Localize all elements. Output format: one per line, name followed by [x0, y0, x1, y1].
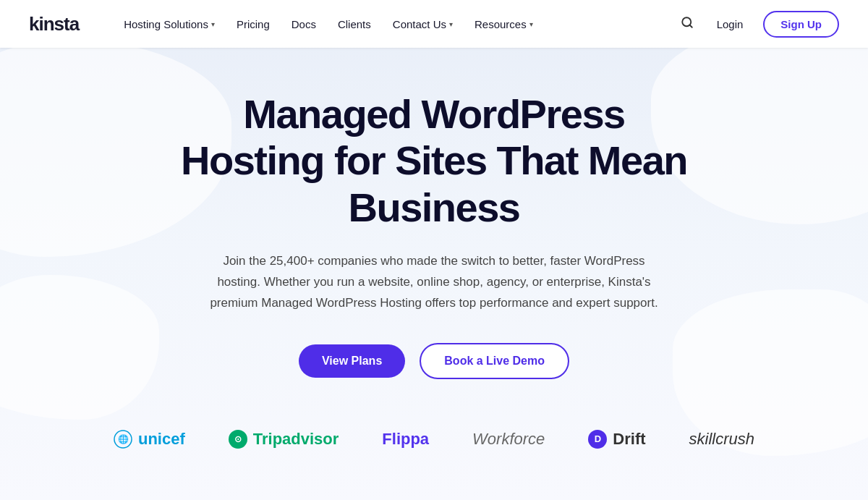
chevron-down-icon: ▾	[211, 20, 215, 28]
signup-button[interactable]: Sign Up	[763, 11, 839, 38]
chevron-down-icon: ▾	[529, 20, 533, 28]
nav-contact-us[interactable]: Contact Us ▾	[384, 12, 461, 36]
unicef-label: unicef	[138, 430, 185, 449]
client-logo-flippa: Flippa	[382, 430, 429, 449]
drift-label: Drift	[613, 430, 645, 449]
search-icon[interactable]	[678, 13, 697, 35]
client-logo-workforce: Workforce	[472, 430, 545, 449]
site-logo[interactable]: kinsta	[29, 13, 79, 35]
svg-line-1	[689, 25, 692, 27]
nav-actions: Login Sign Up	[678, 11, 839, 38]
client-logo-unicef: 🌐 unicef	[114, 430, 185, 449]
hero-subtitle: Join the 25,400+ companies who made the …	[210, 251, 658, 314]
skillcrush-label: skillcrush	[689, 430, 754, 449]
nav-docs[interactable]: Docs	[283, 12, 325, 36]
client-logo-skillcrush: skillcrush	[689, 430, 754, 449]
hero-section: Managed WordPress Hosting for Sites That…	[0, 48, 868, 401]
navbar: kinsta Hosting Solutions ▾ Pricing Docs …	[0, 0, 868, 48]
login-button[interactable]: Login	[708, 12, 752, 36]
svg-text:🌐: 🌐	[117, 433, 128, 444]
unicef-icon: 🌐	[114, 430, 132, 449]
chevron-down-icon: ▾	[449, 20, 453, 28]
view-plans-button[interactable]: View Plans	[299, 344, 405, 378]
client-logo-tripadvisor: ⊙ Tripadvisor	[229, 430, 339, 449]
nav-clients[interactable]: Clients	[329, 12, 380, 36]
tripadvisor-icon: ⊙	[229, 430, 247, 449]
hero-cta-buttons: View Plans Book a Live Demo	[299, 343, 569, 379]
nav-links: Hosting Solutions ▾ Pricing Docs Clients…	[115, 12, 677, 36]
hero-title: Managed WordPress Hosting for Sites That…	[181, 91, 687, 231]
nav-resources[interactable]: Resources ▾	[466, 12, 542, 36]
clients-logos-bar: 🌐 unicef ⊙ Tripadvisor Flippa Workforce …	[0, 408, 868, 470]
client-logo-drift: D Drift	[588, 430, 645, 449]
flippa-label: Flippa	[382, 430, 429, 449]
book-demo-button[interactable]: Book a Live Demo	[420, 343, 569, 379]
tripadvisor-label: Tripadvisor	[253, 430, 339, 449]
nav-pricing[interactable]: Pricing	[228, 12, 278, 36]
nav-hosting-solutions[interactable]: Hosting Solutions ▾	[115, 12, 224, 36]
workforce-label: Workforce	[472, 430, 545, 449]
drift-icon: D	[588, 430, 607, 449]
